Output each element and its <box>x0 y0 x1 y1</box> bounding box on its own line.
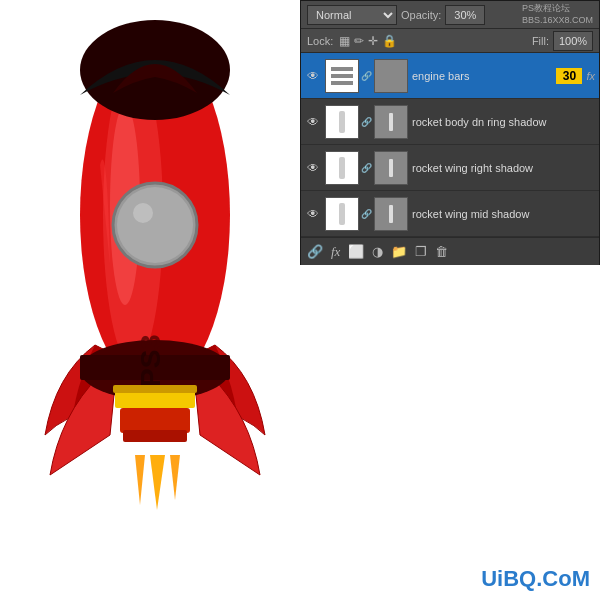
mask-icon[interactable]: ⬜ <box>348 244 364 259</box>
eye-icon[interactable]: 👁 <box>305 114 321 130</box>
trash-icon[interactable]: 🗑 <box>435 244 448 259</box>
svg-marker-15 <box>135 455 145 505</box>
lock-icons: ▦ ✏ ✛ 🔒 <box>339 34 397 48</box>
svg-point-6 <box>133 203 153 223</box>
checkerboard-icon[interactable]: ▦ <box>339 34 350 48</box>
svg-point-5 <box>117 187 193 263</box>
chain-icon: 🔗 <box>361 209 372 219</box>
photoshop-panel: Normal Opacity: PS教程论坛 BBS.16XX8.COM Loc… <box>300 0 600 265</box>
eye-icon[interactable]: 👁 <box>305 160 321 176</box>
fill-label: Fill: <box>532 35 549 47</box>
duplicate-icon[interactable]: ❐ <box>415 244 427 259</box>
blend-mode-select[interactable]: Normal <box>307 5 397 25</box>
eye-icon[interactable]: 👁 <box>305 206 321 222</box>
svg-rect-13 <box>120 408 190 433</box>
eye-icon[interactable]: 👁 <box>305 68 321 84</box>
lock-icon[interactable]: 🔒 <box>382 34 397 48</box>
uibq-brand: UiBQ.CoM <box>481 566 590 592</box>
layer-mask-thumbnail <box>374 151 408 185</box>
fx-icon[interactable]: fx <box>331 244 340 260</box>
layer-row[interactable]: 👁🔗rocket body dn ring shadow <box>301 99 599 145</box>
layer-thumbnail <box>325 59 359 93</box>
chain-icon: 🔗 <box>361 71 372 81</box>
brush-icon[interactable]: ✏ <box>354 34 364 48</box>
link-icon[interactable]: 🔗 <box>307 244 323 259</box>
layer-mask-thumbnail <box>374 59 408 93</box>
layer-name: engine bars <box>412 70 552 82</box>
svg-marker-16 <box>150 455 165 510</box>
layer-row[interactable]: 👁🔗rocket wing mid shadow <box>301 191 599 237</box>
folder-icon[interactable]: 📁 <box>391 244 407 259</box>
layer-badge: 30 <box>556 68 582 84</box>
layer-row[interactable]: 👁🔗engine bars30fx <box>301 53 599 99</box>
layer-thumbnail <box>325 197 359 231</box>
svg-rect-12 <box>113 385 197 393</box>
layer-mask-thumbnail <box>374 197 408 231</box>
adjust-icon[interactable]: ◑ <box>372 244 383 259</box>
opacity-label: Opacity: <box>401 9 441 21</box>
thumb-container: 🔗 <box>325 151 408 185</box>
thumb-container: 🔗 <box>325 59 408 93</box>
layer-thumbnail <box>325 151 359 185</box>
svg-text:3: 3 <box>135 334 166 350</box>
thumb-container: 🔗 <box>325 197 408 231</box>
layer-name: rocket wing mid shadow <box>412 208 595 220</box>
fill-row: Fill: <box>532 31 593 51</box>
layer-name: rocket wing right shadow <box>412 162 595 174</box>
layers-panel: 👁🔗engine bars30fx👁🔗rocket body dn ring s… <box>301 53 599 237</box>
lock-label: Lock: <box>307 35 333 47</box>
svg-marker-17 <box>170 455 180 500</box>
rocket-illustration: PS 3 <box>0 0 310 590</box>
layers-bottom-bar: 🔗 fx ⬜ ◑ 📁 ❐ 🗑 <box>301 237 599 265</box>
layer-thumbnail <box>325 105 359 139</box>
layer-mask-thumbnail <box>374 105 408 139</box>
svg-text:PS: PS <box>135 350 166 387</box>
thumb-container: 🔗 <box>325 105 408 139</box>
blend-toolbar: Normal Opacity: PS教程论坛 BBS.16XX8.COM <box>301 1 599 29</box>
lock-row: Lock: ▦ ✏ ✛ 🔒 Fill: <box>301 29 599 53</box>
chain-icon: 🔗 <box>361 117 372 127</box>
layer-name: rocket body dn ring shadow <box>412 116 595 128</box>
watermark: PS教程论坛 BBS.16XX8.COM <box>522 3 593 26</box>
chain-icon: 🔗 <box>361 163 372 173</box>
move-icon[interactable]: ✛ <box>368 34 378 48</box>
opacity-input[interactable] <box>445 5 485 25</box>
svg-rect-14 <box>123 430 187 442</box>
layer-row[interactable]: 👁🔗rocket wing right shadow <box>301 145 599 191</box>
fill-input[interactable] <box>553 31 593 51</box>
fx-label: fx <box>586 70 595 82</box>
